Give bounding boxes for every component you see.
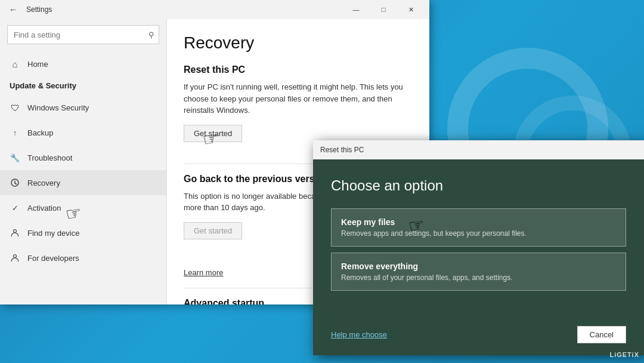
dialog-body: Choose an option Keep my files Removes a…: [313, 159, 644, 319]
search-box: ⚲: [7, 25, 159, 44]
remove-everything-option[interactable]: Remove everything Removes all of your pe…: [331, 253, 626, 291]
recovery-icon: [10, 177, 20, 188]
close-button[interactable]: ✕: [397, 0, 425, 19]
svg-point-2: [14, 255, 17, 258]
window-title: Settings: [26, 5, 52, 14]
titlebar: ← Settings — □ ✕: [0, 0, 429, 19]
window-controls: — □ ✕: [342, 0, 425, 19]
sidebar-item-find-my-device[interactable]: Find my device: [0, 220, 166, 245]
back-button[interactable]: ←: [5, 1, 21, 18]
find-device-icon: [10, 227, 20, 238]
activation-icon: ✓: [10, 202, 20, 213]
sidebar-item-troubleshoot[interactable]: 🔧 Troubleshoot: [0, 145, 166, 170]
home-icon: ⌂: [10, 59, 20, 69]
sidebar-item-label: Activation: [27, 204, 61, 213]
dialog-footer: Help me choose Cancel: [313, 319, 644, 355]
reset-dialog: Reset this PC Choose an option Keep my f…: [313, 140, 644, 355]
search-input[interactable]: [7, 25, 159, 44]
watermark: LiGETiX: [609, 351, 639, 358]
sidebar-item-label: Troubleshoot: [27, 153, 72, 162]
sidebar-item-label: Home: [27, 60, 48, 69]
maximize-button[interactable]: □: [370, 0, 397, 19]
reset-get-started-button[interactable]: Get started: [184, 125, 242, 142]
search-icon: ⚲: [148, 30, 154, 39]
troubleshoot-icon: 🔧: [10, 152, 20, 163]
remove-everything-description: Removes all of your personal files, apps…: [341, 273, 616, 282]
shield-icon: 🛡: [10, 102, 20, 113]
developers-icon: [10, 253, 20, 263]
go-back-get-started-button[interactable]: Get started: [184, 222, 242, 239]
reset-section-description: If your PC isn't running well, resetting…: [184, 81, 413, 116]
minimize-button[interactable]: —: [342, 0, 370, 19]
sidebar-item-label: For developers: [27, 254, 79, 263]
sidebar-item-label: Windows Security: [27, 103, 89, 112]
sidebar-item-windows-security[interactable]: 🛡 Windows Security: [0, 95, 166, 120]
page-title: Recovery: [184, 33, 413, 53]
sidebar-item-label: Recovery: [27, 179, 60, 187]
cancel-button[interactable]: Cancel: [577, 326, 626, 343]
sidebar-item-label: Find my device: [27, 229, 79, 238]
dialog-heading: Choose an option: [331, 177, 626, 194]
sidebar-section-title: Update & Security: [0, 76, 166, 95]
keep-files-option[interactable]: Keep my files Removes apps and settings,…: [331, 208, 626, 247]
keep-files-title: Keep my files: [341, 217, 616, 227]
remove-everything-title: Remove everything: [341, 262, 616, 271]
help-me-choose-link[interactable]: Help me choose: [331, 330, 387, 339]
sidebar-item-backup[interactable]: ↑ Backup: [0, 120, 166, 145]
sidebar-item-home[interactable]: ⌂ Home: [0, 51, 166, 76]
keep-files-description: Removes apps and settings, but keeps you…: [341, 229, 616, 238]
dialog-titlebar: Reset this PC: [313, 140, 644, 159]
sidebar-item-label: Backup: [27, 128, 53, 137]
backup-icon: ↑: [10, 127, 20, 138]
dialog-title: Reset this PC: [320, 146, 364, 154]
sidebar-item-recovery[interactable]: Recovery: [0, 170, 166, 195]
reset-section-title: Reset this PC: [184, 64, 413, 75]
sidebar: ⚲ ⌂ Home Update & Security 🛡 Windows Sec…: [0, 19, 167, 304]
sidebar-item-activation[interactable]: ✓ Activation: [0, 195, 166, 220]
sidebar-item-for-developers[interactable]: For developers: [0, 245, 166, 270]
svg-point-1: [14, 230, 17, 233]
